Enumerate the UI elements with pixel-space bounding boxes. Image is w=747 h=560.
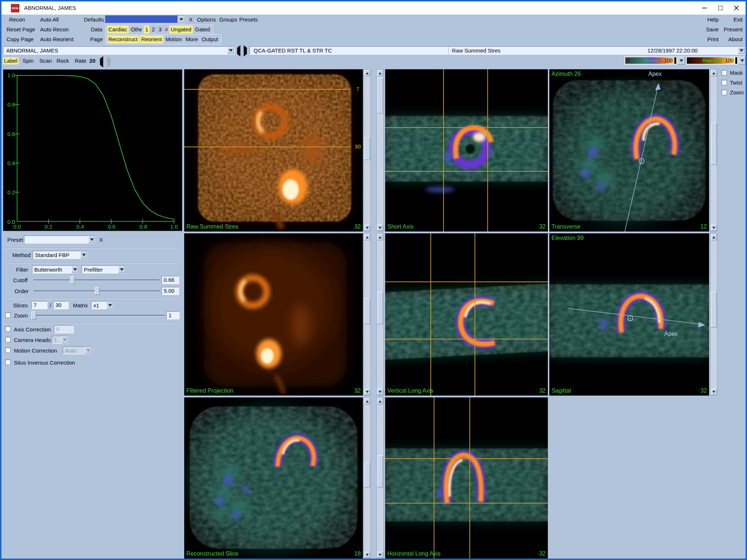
scroll-down-button[interactable] xyxy=(377,225,383,231)
recon-button[interactable]: Recon xyxy=(9,16,25,23)
slider-thumb[interactable] xyxy=(31,311,36,319)
page-reorient-button[interactable]: Reorient xyxy=(140,35,163,43)
prev-study-button[interactable] xyxy=(237,48,240,54)
print-button[interactable]: Print xyxy=(707,36,719,43)
slider-thumb[interactable] xyxy=(70,276,75,284)
slider-track[interactable] xyxy=(34,280,160,281)
slider-thumb[interactable] xyxy=(95,287,100,295)
scroll-down-button[interactable] xyxy=(364,389,370,395)
panel-transverse[interactable]: Azimuth 26 Apex Transverse 12 xyxy=(549,69,709,232)
panel-vertical-long-axis[interactable]: Vertical Long Axis 32 xyxy=(385,233,548,396)
minimize-button[interactable] xyxy=(699,4,710,12)
vla-scrollbar[interactable] xyxy=(376,233,384,396)
scroll-down-button[interactable] xyxy=(364,225,370,231)
scroll-up-button[interactable] xyxy=(377,70,383,76)
about-button[interactable]: About xyxy=(728,36,743,43)
filter-curve-chart[interactable]: 0.0 0.2 0.4 0.6 0.8 1.0 0.0 0.2 0.4 0.6 … xyxy=(3,69,182,231)
zoom-value[interactable]: 1 xyxy=(166,311,179,319)
filtered-scrollbar[interactable] xyxy=(364,233,371,396)
twist-checkbox[interactable] xyxy=(721,80,727,85)
order-slider[interactable] xyxy=(34,287,160,295)
page-motion-button[interactable]: Motion xyxy=(164,35,183,43)
matrix-dropdown[interactable]: x1 xyxy=(91,301,114,309)
data-2-button[interactable]: 2 xyxy=(150,26,156,34)
reconstructed-scrollbar[interactable] xyxy=(364,397,371,559)
scan-button[interactable]: Scan xyxy=(39,57,52,65)
defaults-clear-button[interactable]: X xyxy=(189,16,193,23)
scroll-down-button[interactable] xyxy=(377,389,383,395)
chevron-down-icon[interactable] xyxy=(178,16,185,23)
scroll-up-button[interactable] xyxy=(711,234,717,240)
raw-colorbar[interactable]: 0 Raw [N] 100 xyxy=(686,57,738,65)
preset-clear-button[interactable]: X xyxy=(99,237,103,243)
scroll-down-button[interactable] xyxy=(364,552,370,558)
zoom-view-checkbox[interactable] xyxy=(721,90,727,95)
slices-total-field[interactable]: 30 xyxy=(53,301,69,309)
data-3-button[interactable]: 3 xyxy=(157,26,163,34)
mask-checkbox[interactable] xyxy=(721,70,727,75)
page-reconstruct-button[interactable]: Reconstruct xyxy=(107,35,139,43)
zoom-slider[interactable] xyxy=(31,311,165,319)
panel-horizontal-long-axis[interactable]: Horizontal Long Axis 32 xyxy=(385,397,548,559)
scroll-down-button[interactable] xyxy=(377,552,383,558)
transverse-scrollbar[interactable] xyxy=(710,69,717,232)
next-study-button[interactable] xyxy=(244,48,247,54)
method-dropdown[interactable]: Standard FBP xyxy=(33,251,88,259)
order-value[interactable]: 5.00 xyxy=(162,287,179,295)
data-ungated-button[interactable]: Ungated xyxy=(169,26,193,34)
panel-sagittal[interactable]: Elevation 99 Apex Sagittal 32 xyxy=(549,233,709,396)
options-button[interactable]: Options xyxy=(197,16,216,23)
camera-heads-checkbox[interactable] xyxy=(5,337,11,342)
rock-button[interactable]: Rock xyxy=(57,57,69,65)
panel-short-axis[interactable]: Short Axis 32 xyxy=(385,69,548,232)
groups-button[interactable]: Groups xyxy=(219,16,237,23)
filter-dropdown[interactable]: Butterworth xyxy=(32,265,79,273)
scrollbar-thumb[interactable] xyxy=(364,462,370,487)
chevron-down-icon[interactable] xyxy=(118,266,125,273)
prefilter-dropdown[interactable]: Prefilter xyxy=(82,265,125,273)
data-cardiac-button[interactable]: Cardiac xyxy=(107,26,129,34)
present-button[interactable]: Present xyxy=(724,26,743,33)
data-gated-button[interactable]: Gated xyxy=(194,26,212,34)
scrollbar-thumb[interactable] xyxy=(377,292,383,324)
raw-colorbar-dropdown[interactable] xyxy=(739,57,746,65)
page-output-button[interactable]: Output xyxy=(200,35,220,43)
chevron-down-icon[interactable] xyxy=(88,236,95,243)
rate-decrease-button[interactable] xyxy=(100,58,103,66)
patient-select-dropdown[interactable]: ABNORMAL, JAMES xyxy=(3,46,235,55)
panel-raw-summed-stress[interactable]: 7 30 Raw Summed Stres 32 xyxy=(184,69,363,232)
sagittal-scrollbar[interactable] xyxy=(710,233,717,396)
axis-correction-checkbox[interactable] xyxy=(5,326,11,332)
scrollbar-thumb[interactable] xyxy=(711,123,717,165)
reset-page-button[interactable]: Reset Page xyxy=(7,26,35,33)
chevron-down-icon[interactable] xyxy=(71,266,78,273)
axis-correction-value[interactable]: 0 xyxy=(54,325,74,333)
scroll-up-button[interactable] xyxy=(711,70,717,76)
exit-button[interactable]: Exit xyxy=(734,16,743,23)
maximize-button[interactable] xyxy=(715,4,726,12)
motion-correction-dropdown[interactable]: Auto xyxy=(63,346,92,354)
auto-all-button[interactable]: Auto All xyxy=(40,16,59,23)
chevron-down-icon[interactable] xyxy=(80,251,87,258)
spin-button[interactable]: Spin xyxy=(23,57,34,65)
panel-reconstructed-slice[interactable]: Reconstructed Slice 18 xyxy=(184,397,363,559)
scroll-down-button[interactable] xyxy=(711,225,717,231)
rate-increase-button[interactable] xyxy=(107,58,111,66)
chevron-down-icon[interactable] xyxy=(61,336,68,343)
close-button[interactable] xyxy=(731,4,742,12)
page-more-button[interactable]: More xyxy=(184,35,200,43)
chevron-down-icon[interactable] xyxy=(738,47,745,54)
slider-track[interactable] xyxy=(31,315,165,316)
raw-scrollbar[interactable] xyxy=(364,69,371,232)
label-toggle-button[interactable]: Label xyxy=(3,57,19,65)
help-button[interactable]: Help xyxy=(707,16,719,23)
scrollbar-thumb[interactable] xyxy=(364,298,370,324)
scrollbar-thumb[interactable] xyxy=(364,137,370,160)
auto-reorient-button[interactable]: Auto Reorient xyxy=(40,36,74,43)
chevron-down-icon[interactable] xyxy=(227,47,234,54)
short-axis-scrollbar[interactable] xyxy=(376,69,384,232)
data-1-button[interactable]: 1 xyxy=(144,26,150,34)
copy-page-button[interactable]: Copy Page xyxy=(7,36,34,43)
cutoff-value[interactable]: 0.66 xyxy=(162,276,179,284)
chevron-down-icon[interactable] xyxy=(85,347,92,354)
